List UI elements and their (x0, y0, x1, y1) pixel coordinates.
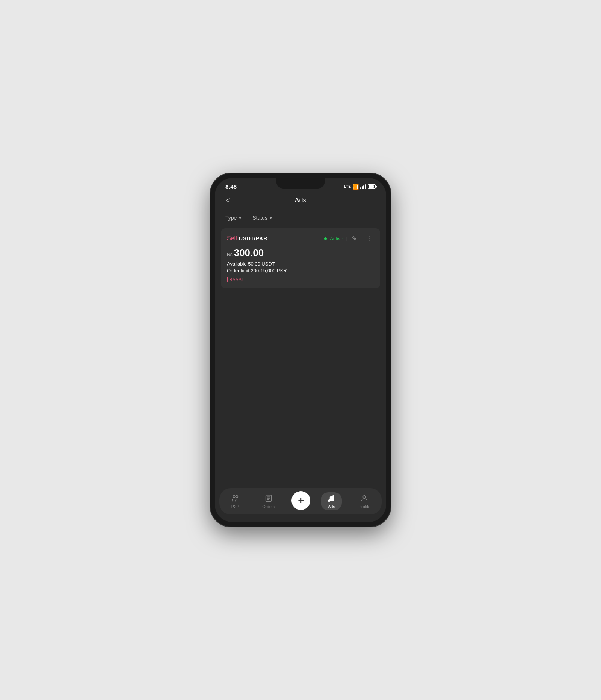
more-icon[interactable]: ⋮ (365, 234, 374, 243)
ad-status-row: Active | ✎ | ⋮ (324, 234, 374, 243)
status-filter-arrow: ▼ (269, 216, 273, 220)
type-filter-label: Type (225, 215, 237, 221)
signal-bar-1 (360, 187, 361, 189)
edit-icon[interactable]: ✎ (350, 234, 358, 243)
type-filter[interactable]: Type ▼ (222, 213, 245, 222)
fab-button[interactable]: + (291, 491, 310, 510)
svg-rect-6 (328, 501, 330, 502)
nav-profile[interactable]: Profile (353, 492, 376, 510)
divider-2: | (361, 236, 362, 241)
profile-icon (360, 494, 369, 503)
battery-icon (368, 184, 376, 189)
signal-bars (360, 184, 366, 189)
status-label: Active (330, 236, 343, 241)
phone-screen: 8:48 LTE 📶 < Ads Ty (215, 178, 386, 522)
order-limit-label: Order limit (227, 268, 249, 273)
ads-icon (327, 494, 336, 503)
available-value: 50.00 USDT (248, 261, 275, 267)
bottom-nav: P2P Orders + (219, 488, 382, 514)
back-button[interactable]: < (222, 194, 233, 207)
content-area (215, 293, 386, 485)
fab-plus-icon: + (298, 495, 304, 506)
order-limit-value: 200-15,000 PKR (251, 268, 287, 273)
wifi-icon: 📶 (352, 184, 359, 190)
ad-order-limit: Order limit 200-15,000 PKR (227, 268, 374, 273)
status-icons: LTE 📶 (344, 184, 376, 190)
orders-icon (264, 494, 273, 503)
ad-price-row: Rs 300.00 (227, 247, 374, 259)
nav-orders-label: Orders (262, 504, 275, 509)
battery-fill (369, 185, 374, 188)
svg-point-0 (233, 496, 236, 498)
ad-sell-label: Sell (227, 235, 239, 241)
ad-title: Sell USDT/PKR (227, 235, 267, 242)
ad-available: Available 50.00 USDT (227, 261, 374, 267)
ad-tags: RAAST (227, 277, 374, 282)
rs-symbol: Rs (227, 252, 233, 257)
divider-1: | (346, 236, 347, 241)
type-filter-arrow: ▼ (238, 216, 242, 220)
signal-bar-3 (363, 185, 364, 189)
ad-card: Sell USDT/PKR Active | ✎ | ⋮ Rs 300.00 A… (221, 228, 380, 288)
ad-pair: USDT/PKR (239, 235, 267, 241)
nav-p2p[interactable]: P2P (225, 492, 246, 510)
status-filter-label: Status (252, 215, 267, 221)
status-filter[interactable]: Status ▼ (249, 213, 276, 222)
ad-card-header: Sell USDT/PKR Active | ✎ | ⋮ (227, 234, 374, 243)
svg-point-7 (363, 496, 366, 498)
p2p-icon (231, 494, 240, 503)
nav-ads-label: Ads (328, 504, 335, 509)
page-header: < Ads (215, 193, 386, 210)
nav-ads[interactable]: Ads (321, 492, 342, 510)
network-icon: LTE (344, 184, 351, 189)
status-dot (324, 237, 327, 240)
svg-point-1 (236, 496, 238, 498)
notch (276, 178, 325, 189)
nav-p2p-label: P2P (231, 504, 239, 509)
nav-orders[interactable]: Orders (256, 492, 281, 510)
signal-bar-4 (365, 184, 366, 189)
available-label: Available (227, 261, 247, 267)
ad-price: 300.00 (234, 247, 264, 259)
signal-bar-2 (362, 186, 363, 189)
nav-profile-label: Profile (359, 504, 370, 509)
filter-row: Type ▼ Status ▼ (215, 210, 386, 228)
page-title: Ads (294, 196, 306, 204)
phone-frame: 8:48 LTE 📶 < Ads Ty (210, 173, 391, 527)
payment-tag: RAAST (227, 277, 244, 282)
status-time: 8:48 (225, 183, 237, 190)
